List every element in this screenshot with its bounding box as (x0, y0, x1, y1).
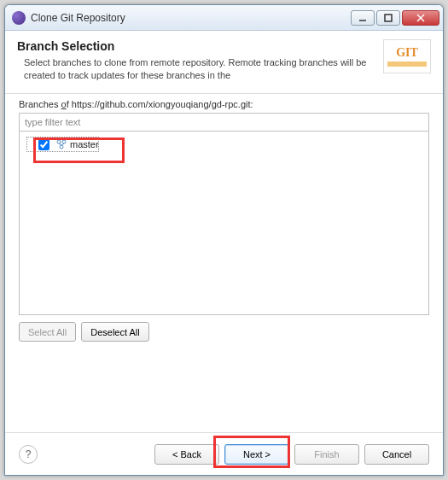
branch-icon (55, 138, 67, 150)
svg-point-5 (62, 140, 66, 143)
svg-point-6 (60, 145, 63, 149)
cancel-button[interactable]: Cancel (364, 444, 429, 465)
footer: ? < Back Next > Finish Cancel (5, 432, 443, 475)
deselect-all-button[interactable]: Deselect All (81, 322, 148, 342)
branch-checkbox[interactable] (38, 139, 49, 150)
svg-rect-1 (385, 15, 392, 21)
content-area: Branches of https://github.com/xiongyouq… (5, 91, 443, 432)
window-controls (351, 10, 439, 26)
app-icon (12, 11, 26, 25)
back-button[interactable]: < Back (154, 444, 219, 465)
page-title: Branch Selection (17, 39, 376, 53)
filter-placeholder: type filter text (25, 117, 80, 127)
branch-tree[interactable]: master (19, 132, 429, 315)
finish-button[interactable]: Finish (294, 444, 359, 465)
help-button[interactable]: ? (19, 445, 38, 464)
next-button[interactable]: Next > (224, 444, 289, 465)
branches-label: Branches of https://github.com/xiongyouq… (19, 99, 429, 109)
dialog-window: Clone Git Repository Branch Selection Se… (4, 4, 444, 476)
close-button[interactable] (402, 10, 439, 26)
maximize-button[interactable] (376, 10, 400, 26)
titlebar[interactable]: Clone Git Repository (5, 5, 443, 31)
branch-item-master[interactable]: master (26, 137, 99, 152)
filter-input[interactable]: type filter text (19, 113, 429, 132)
minimize-button[interactable] (351, 10, 375, 26)
select-all-button[interactable]: Select All (19, 322, 76, 342)
git-logo: GIT (383, 39, 431, 73)
page-description: Select branches to clone from remote rep… (17, 56, 376, 83)
svg-point-4 (57, 140, 61, 143)
branch-name: master (70, 139, 99, 149)
header-area: Branch Selection Select branches to clon… (5, 31, 443, 94)
window-title: Clone Git Repository (31, 12, 351, 24)
